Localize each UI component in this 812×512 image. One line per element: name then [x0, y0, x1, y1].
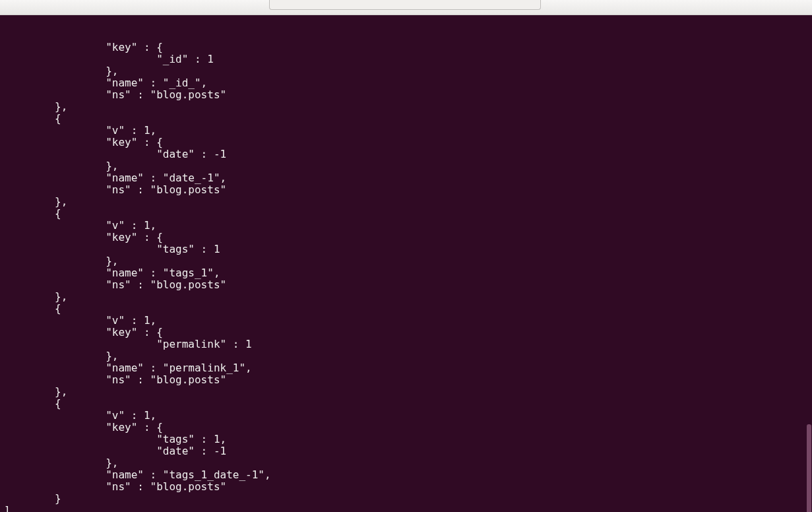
terminal-output: "key" : { "_id" : 1 }, "name" : "_id_", …: [4, 42, 808, 512]
terminal-viewport[interactable]: "key" : { "_id" : 1 }, "name" : "_id_", …: [0, 15, 812, 512]
terminal-scrollbar-thumb[interactable]: [807, 424, 811, 512]
titlebar-tab-outline: [269, 0, 541, 10]
window-titlebar: [0, 0, 812, 15]
